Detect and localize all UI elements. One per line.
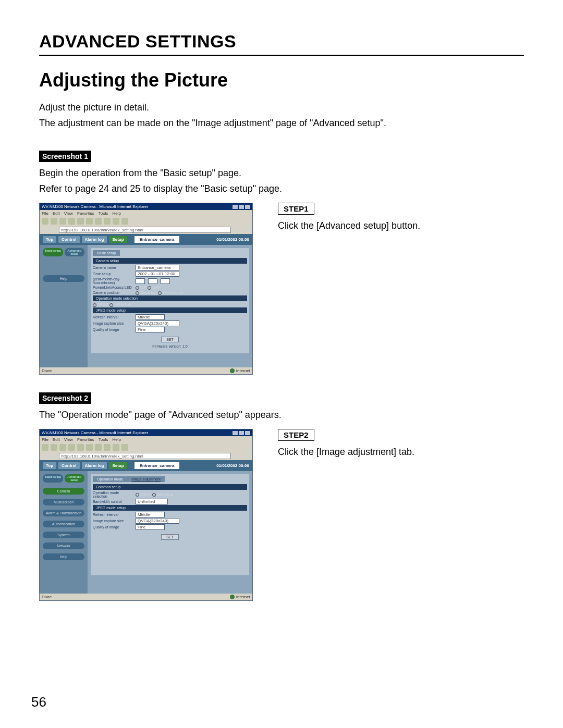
time-pt2 xyxy=(148,278,157,284)
hdr-jpegmode: JPEG mode setup xyxy=(93,505,247,511)
opt-mpeg: MPEG-4 xyxy=(114,302,130,307)
val-timesetup: 2002 - 01 - 01 12:00 xyxy=(136,271,179,277)
side-help: Help xyxy=(43,275,84,282)
min-icon xyxy=(232,205,238,209)
mail-icon xyxy=(113,218,119,225)
subtab-opmode: Operation mode xyxy=(93,476,127,482)
radio-mpeg-icon xyxy=(152,493,156,497)
ie-toolbar xyxy=(40,443,252,452)
refresh-icon xyxy=(68,444,75,451)
fav-icon xyxy=(95,218,102,225)
subtab-basic: Basic setup xyxy=(93,250,120,256)
radio-jpeg-icon xyxy=(136,493,139,497)
addr-links: Links xyxy=(240,454,250,459)
status-internet: Internet xyxy=(236,368,250,373)
step2-tag: STEP2 xyxy=(278,429,314,441)
toptab-setup: Setup xyxy=(109,462,127,469)
screenshot1-section: Screenshot 1 Begin the operation from th… xyxy=(39,151,524,375)
status-done: Done xyxy=(42,368,52,373)
globe-icon xyxy=(230,368,235,373)
val-camname: Entrance_camera xyxy=(136,265,179,270)
lbl-quality: Quality of image xyxy=(93,525,133,529)
radio-desk-icon xyxy=(136,291,139,295)
opt-off: OFF xyxy=(152,285,161,290)
hdr-camera-setup: Camera setup xyxy=(93,258,247,264)
camera-title: Entrance_camera xyxy=(134,236,180,243)
val-size: QVGA(320x240) xyxy=(136,518,179,524)
subpill-advanced: Advanced setup xyxy=(65,248,85,256)
print-icon xyxy=(121,444,128,451)
ie-addressbar: Address http://192.168.0.10/admin/index_… xyxy=(40,226,252,234)
val-refresh: Middle xyxy=(136,512,165,517)
screenshot2-line1: The "Operation mode" page of "Advanced s… xyxy=(39,408,524,422)
step1-tag: STEP1 xyxy=(278,203,314,215)
val-size: QVGA(320x240) xyxy=(136,320,179,326)
hdr-common: Common setup xyxy=(93,484,247,490)
step2-text: Click the [Image adjustment] tab. xyxy=(278,445,524,459)
intro-block: Adjust the picture in detail. The adjust… xyxy=(39,101,524,130)
history-icon xyxy=(104,444,111,451)
menu-tools: Tools xyxy=(99,437,108,442)
screenshot1-line1: Begin the operation from the "Basic setu… xyxy=(39,166,524,180)
lbl-refresh: Refresh interval xyxy=(93,513,133,516)
lbl-opmode: Operation mode selection xyxy=(93,491,133,498)
subpill-basic: Basic setup xyxy=(43,474,63,483)
side-system: System xyxy=(43,532,84,538)
opt-jpeg: JPEG xyxy=(97,302,108,307)
menu-edit: Edit xyxy=(53,211,60,216)
lbl-timesetup: Time setup xyxy=(93,272,133,276)
side-auth: Authentication xyxy=(43,521,84,527)
step1-text: Click the [Advanced setup] button. xyxy=(278,219,524,232)
subpill-basic: Basic setup xyxy=(43,248,63,256)
time-pt3 xyxy=(161,278,170,284)
title-rule xyxy=(39,55,524,56)
home-icon xyxy=(77,218,84,225)
camera-title: Entrance_camera xyxy=(134,462,180,469)
screenshot2-image: WV-NM100 Network Camera - Microsoft Inte… xyxy=(39,429,253,601)
intro-line2: The adjustment can be made on the "Image… xyxy=(39,116,524,130)
page-number: 56 xyxy=(31,694,46,710)
forward-icon xyxy=(51,218,57,225)
globe-icon xyxy=(230,595,235,599)
intro-line1: Adjust the picture in detail. xyxy=(39,101,524,114)
menu-file: File xyxy=(42,211,48,216)
menu-view: View xyxy=(64,437,73,442)
addr-label: Address xyxy=(42,454,57,459)
refresh-icon xyxy=(68,218,75,225)
menu-help: Help xyxy=(112,211,120,216)
stop-icon xyxy=(59,444,66,451)
radio-mpeg-icon xyxy=(109,303,113,307)
ie-menubar: File Edit View Favorites Tools Help xyxy=(40,210,252,217)
side-multiscreen: Multi-screen xyxy=(43,499,84,505)
menu-file: File xyxy=(42,437,48,442)
home-icon xyxy=(77,444,84,451)
lbl-timesetup-sub: (year-month-day hour:min:sec) xyxy=(93,277,133,285)
addr-links: Links xyxy=(240,228,250,232)
val-quality: Fine xyxy=(136,524,165,530)
addr-url: http://192.168.0.10/admin/index_setting.… xyxy=(59,453,230,459)
shot-datetime: 01/01/2002 00:00 xyxy=(216,237,249,242)
lbl-size: Image capture size xyxy=(93,519,133,523)
shot-datetime: 01/01/2002 00:00 xyxy=(216,463,249,468)
ie-toolbar xyxy=(40,217,252,226)
screenshot1-line2: Refer to page 24 and 25 to display the "… xyxy=(39,182,524,195)
ie-menubar: File Edit View Favorites Tools Help xyxy=(40,436,252,443)
close-icon xyxy=(245,431,250,435)
lbl-led: Power/Link/Access LED xyxy=(93,286,133,289)
menu-fav: Favorites xyxy=(77,437,94,442)
lbl-size: Image capture size xyxy=(93,322,133,325)
history-icon xyxy=(104,218,111,225)
addr-go: Go xyxy=(233,228,239,232)
side-alarm: Alarm & Transmission xyxy=(43,510,84,516)
addr-url: http://192.168.0.10/admin/index_setting.… xyxy=(59,227,230,233)
toptab-control: Control xyxy=(58,462,79,469)
hdr-opmode: Operation mode selection xyxy=(93,295,247,301)
toptab-alarmlog: Alarm log xyxy=(82,462,107,469)
opt-wall: Wall mount xyxy=(163,290,183,295)
status-done: Done xyxy=(42,595,52,599)
back-icon xyxy=(42,444,48,451)
section-title: Adjusting the Picture xyxy=(39,69,524,91)
side-network: Network xyxy=(43,542,84,549)
screenshot2-tag: Screenshot 2 xyxy=(39,392,91,404)
toptab-top: Top xyxy=(43,236,56,243)
